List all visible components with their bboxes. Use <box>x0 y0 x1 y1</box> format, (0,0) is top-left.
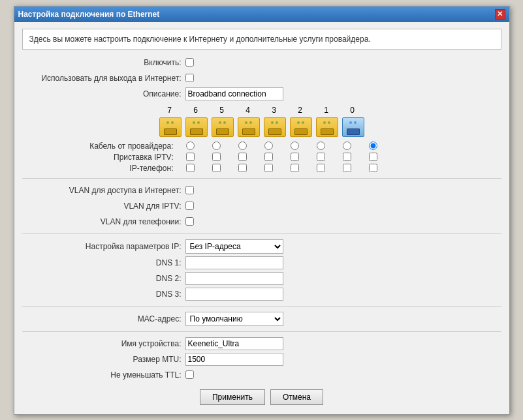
phone-check-0[interactable] <box>369 164 377 172</box>
ports-row <box>159 117 365 138</box>
mtu-label: Размер MTU: <box>22 355 185 364</box>
port-num-5: 5 <box>210 106 234 115</box>
vlan-internet-label: VLAN для доступа в Интернет: <box>22 186 185 195</box>
vlan-phone-checkbox[interactable] <box>185 217 194 226</box>
vlan-phone-row: VLAN для телефонии: <box>22 215 501 228</box>
phone-check-3[interactable] <box>291 164 299 172</box>
phone-check-1[interactable] <box>343 164 351 172</box>
iptv-check-0[interactable] <box>369 153 377 161</box>
cable-radio-7[interactable] <box>186 142 195 150</box>
port-icon-5[interactable] <box>211 117 234 138</box>
mtu-input[interactable] <box>185 353 283 366</box>
description-row: Описание: <box>22 87 501 100</box>
device-name-label: Имя устройства: <box>22 339 185 348</box>
port-num-6: 6 <box>184 106 208 115</box>
description-label: Описание: <box>22 89 185 98</box>
port-num-0: 0 <box>341 106 364 115</box>
phone-check-2[interactable] <box>317 164 325 172</box>
dns2-row: DNS 2: <box>22 272 501 285</box>
dns3-input[interactable] <box>185 288 283 301</box>
iptv-check-7[interactable] <box>186 153 195 161</box>
cable-radio-2[interactable] <box>317 142 325 150</box>
enable-label: Включить: <box>22 58 185 67</box>
iptv-check-2[interactable] <box>317 153 325 161</box>
info-box: Здесь вы можете настроить подключение к … <box>22 29 501 50</box>
vlan-iptv-checkbox[interactable] <box>185 202 194 210</box>
cancel-button[interactable]: Отмена <box>270 389 323 405</box>
port-num-7: 7 <box>158 106 182 115</box>
ttl-checkbox[interactable] <box>185 370 194 379</box>
phone-check-4[interactable] <box>264 164 273 172</box>
dns2-input[interactable] <box>185 272 283 285</box>
button-row: Применить Отмена <box>22 389 501 408</box>
internet-label: Использовать для выхода в Интернет: <box>22 74 185 83</box>
iptv-row: Приставка IPTV: <box>22 153 501 162</box>
dns1-row: DNS 1: <box>22 256 501 269</box>
port-num-4: 4 <box>236 106 260 115</box>
port-icon-1[interactable] <box>315 117 339 138</box>
close-button[interactable]: ✕ <box>495 9 505 20</box>
ip-setup-label: Настройка параметров IP: <box>22 242 185 251</box>
port-icon-3[interactable] <box>263 117 287 138</box>
vlan-internet-row: VLAN для доступа в Интернет: <box>22 184 501 197</box>
apply-button[interactable]: Применить <box>200 389 265 405</box>
phone-label: IP-телефон: <box>22 164 179 173</box>
dns1-label: DNS 1: <box>22 258 185 267</box>
port-icon-7[interactable] <box>159 117 182 138</box>
cable-row: Кабель от провайдера: <box>22 142 501 151</box>
mtu-row: Размер MTU: <box>22 353 501 366</box>
internet-checkbox[interactable] <box>185 74 194 82</box>
phone-check-5[interactable] <box>238 164 247 172</box>
vlan-iptv-row: VLAN для IPTV: <box>22 200 501 213</box>
ttl-row: Не уменьшать TTL: <box>22 368 501 382</box>
iptv-check-3[interactable] <box>291 153 299 161</box>
port-num-2: 2 <box>289 106 312 115</box>
cable-radio-1[interactable] <box>343 142 351 150</box>
iptv-check-6[interactable] <box>212 153 221 161</box>
iptv-check-1[interactable] <box>343 153 351 161</box>
mac-select[interactable]: По умолчанию Вручную Клонировать <box>185 312 283 326</box>
vlan-iptv-label: VLAN для IPTV: <box>22 202 185 211</box>
phone-check-6[interactable] <box>212 164 221 172</box>
port-icon-6[interactable] <box>185 117 208 138</box>
phone-check-7[interactable] <box>186 164 195 172</box>
cable-label: Кабель от провайдера: <box>22 142 179 151</box>
ip-setup-select[interactable]: Без IP-адреса Динамический IP Статически… <box>185 239 283 254</box>
ip-setup-row: Настройка параметров IP: Без IP-адреса Д… <box>22 239 501 254</box>
port-icon-0[interactable] <box>341 117 365 138</box>
phone-row: IP-телефон: <box>22 164 501 173</box>
vlan-internet-checkbox[interactable] <box>185 186 194 194</box>
vlan-phone-label: VLAN для телефонии: <box>22 217 185 226</box>
cable-radio-4[interactable] <box>264 142 273 150</box>
iptv-check-5[interactable] <box>238 153 247 161</box>
mac-label: МАС-адрес: <box>22 314 185 323</box>
device-name-input[interactable] <box>185 337 283 350</box>
port-num-1: 1 <box>315 106 338 115</box>
port-icon-2[interactable] <box>289 117 313 138</box>
dns2-label: DNS 2: <box>22 274 185 283</box>
iptv-check-4[interactable] <box>264 153 273 161</box>
port-icon-4[interactable] <box>237 117 261 138</box>
device-name-row: Имя устройства: <box>22 337 501 350</box>
cable-radio-0[interactable] <box>369 142 377 150</box>
cable-radio-3[interactable] <box>291 142 299 150</box>
enable-row: Включить: <box>22 56 501 69</box>
dns3-label: DNS 3: <box>22 290 185 299</box>
dns1-input[interactable] <box>185 256 283 269</box>
cable-radio-6[interactable] <box>212 142 221 150</box>
main-window: Настройка подключения по Ethernet ✕ Здес… <box>14 6 510 415</box>
dns3-row: DNS 3: <box>22 288 501 301</box>
description-input[interactable] <box>185 87 283 100</box>
title-bar: Настройка подключения по Ethernet ✕ <box>14 7 509 22</box>
ttl-label: Не уменьшать TTL: <box>22 370 185 380</box>
cable-radio-5[interactable] <box>238 142 247 150</box>
mac-row: МАС-адрес: По умолчанию Вручную Клониров… <box>22 312 501 326</box>
port-num-3: 3 <box>262 106 286 115</box>
internet-row: Использовать для выхода в Интернет: <box>22 72 501 85</box>
iptv-label: Приставка IPTV: <box>22 153 179 162</box>
window-body: Здесь вы можете настроить подключение к … <box>14 22 509 414</box>
enable-checkbox[interactable] <box>185 58 194 67</box>
window-title: Настройка подключения по Ethernet <box>18 10 160 19</box>
info-text: Здесь вы можете настроить подключение к … <box>29 35 371 44</box>
